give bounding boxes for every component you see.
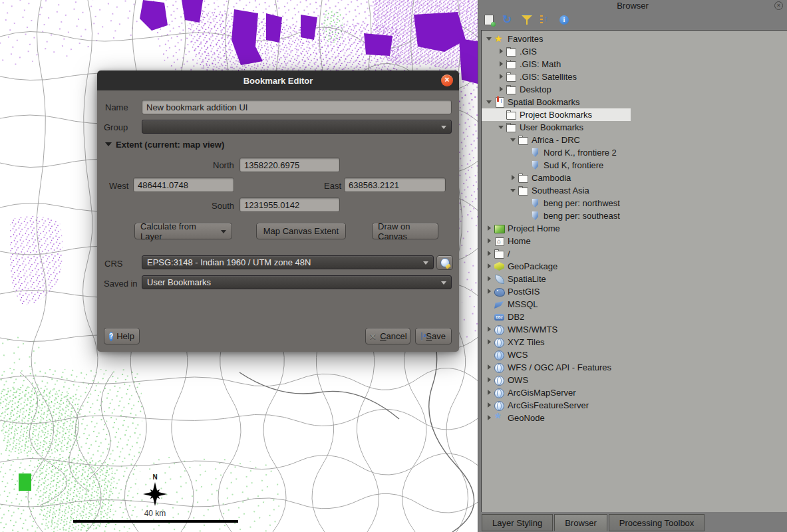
expand-arrow[interactable] bbox=[486, 386, 494, 399]
expand-arrow[interactable] bbox=[498, 121, 506, 134]
tree-item-[interactable]: / bbox=[482, 247, 787, 260]
extent-section-header[interactable]: Extent (current: map view) bbox=[105, 140, 224, 150]
panel-header[interactable]: Browser × bbox=[478, 0, 787, 12]
tree-item-postgis[interactable]: PostGIS bbox=[482, 285, 787, 298]
tree-item-ows[interactable]: OWS bbox=[482, 374, 787, 386]
folder-icon bbox=[506, 110, 516, 120]
dialog-titlebar[interactable]: Bookmark Editor × bbox=[97, 70, 459, 90]
tree-item-geopackage[interactable]: GeoPackage bbox=[482, 260, 787, 273]
west-input[interactable] bbox=[133, 178, 234, 192]
filter-browser-icon[interactable] bbox=[520, 13, 534, 27]
expand-arrow[interactable] bbox=[486, 285, 494, 298]
bookmark-icon bbox=[530, 148, 540, 158]
tree-item-beng-per-northwest[interactable]: beng per: northwest bbox=[482, 197, 787, 209]
tree-item-gis-satellites[interactable]: .GIS: Satellites bbox=[482, 70, 787, 83]
tab-layer-styling[interactable]: Layer Styling bbox=[482, 514, 553, 531]
expand-arrow[interactable] bbox=[498, 83, 506, 96]
tree-item-wfs-ogc-api-features[interactable]: WFS / OGC API - Features bbox=[482, 361, 787, 374]
expand-arrow[interactable] bbox=[486, 374, 494, 386]
tree-item-xyz-tiles[interactable]: XYZ Tiles bbox=[482, 336, 787, 348]
expand-arrow[interactable] bbox=[510, 172, 518, 184]
refresh-icon[interactable] bbox=[502, 13, 515, 27]
tree-item-africa-drc[interactable]: Africa - DRC bbox=[482, 134, 787, 146]
spatialite-icon bbox=[494, 274, 504, 284]
tab-browser[interactable]: Browser bbox=[554, 514, 607, 531]
crs-globe-icon bbox=[440, 258, 450, 267]
tree-item-project-bookmarks[interactable]: Project Bookmarks bbox=[482, 108, 631, 121]
browser-tree[interactable]: Favorites .GIS .GIS: Math .GIS: Satellit… bbox=[481, 30, 787, 512]
help-button[interactable]: ? Help bbox=[104, 328, 140, 344]
map-canvas-extent-button[interactable]: Map Canvas Extent bbox=[256, 223, 346, 239]
expand-arrow[interactable] bbox=[498, 45, 506, 58]
expand-arrow[interactable] bbox=[486, 361, 494, 374]
tree-item-sud-k-frontiere[interactable]: Sud K, frontiere bbox=[482, 159, 787, 172]
tab-processing-toolbox[interactable]: Processing Toolbox bbox=[609, 514, 705, 531]
tree-item-beng-per-southeast[interactable]: beng per: southeast bbox=[482, 209, 787, 222]
properties-icon[interactable] bbox=[557, 13, 571, 27]
expand-arrow[interactable] bbox=[510, 184, 518, 197]
wms-icon bbox=[494, 325, 504, 334]
tree-item-southeast-asia[interactable]: Southeast Asia bbox=[482, 184, 787, 197]
tree-item-arcgismapserver[interactable]: ArcGisMapServer bbox=[482, 386, 787, 399]
group-dropdown[interactable] bbox=[142, 120, 452, 134]
north-input[interactable] bbox=[239, 158, 340, 172]
calculate-from-layer-button[interactable]: Calculate from Layer bbox=[134, 223, 232, 239]
south-input[interactable] bbox=[239, 198, 340, 212]
collapse-all-icon[interactable] bbox=[539, 13, 552, 27]
expand-arrow[interactable] bbox=[486, 412, 494, 424]
expand-arrow[interactable] bbox=[486, 222, 494, 235]
tree-item-wms-wmts[interactable]: WMS/WMTS bbox=[482, 323, 787, 336]
saved-in-dropdown[interactable]: User Bookmarks bbox=[142, 275, 452, 289]
expand-arrow[interactable] bbox=[498, 70, 506, 83]
tree-item-spatialite[interactable]: SpatiaLite bbox=[482, 273, 787, 285]
expand-arrow[interactable] bbox=[486, 33, 494, 45]
star-icon bbox=[494, 34, 504, 44]
east-input[interactable] bbox=[344, 178, 446, 192]
tree-item-gis[interactable]: .GIS bbox=[482, 45, 787, 58]
tree-item-mssql[interactable]: MSSQL bbox=[482, 298, 787, 311]
name-input[interactable] bbox=[142, 100, 452, 114]
green-highlight-cell bbox=[19, 473, 31, 491]
tree-item-favorites[interactable]: Favorites bbox=[482, 33, 787, 45]
tree-item-project-home[interactable]: Project Home bbox=[482, 222, 787, 235]
expand-arrow[interactable] bbox=[498, 58, 506, 70]
expand-arrow[interactable] bbox=[486, 96, 494, 108]
tree-item-user-bookmarks[interactable]: User Bookmarks bbox=[482, 121, 787, 134]
cancel-button[interactable]: ✕ Cancel bbox=[365, 328, 410, 344]
expand-arrow[interactable] bbox=[486, 247, 494, 260]
save-button[interactable]: Save bbox=[415, 328, 452, 344]
tree-item-home[interactable]: Home bbox=[482, 235, 787, 247]
select-crs-button[interactable] bbox=[436, 255, 453, 270]
dialog-close-icon[interactable]: × bbox=[441, 74, 453, 86]
saved-in-label: Saved in bbox=[104, 279, 138, 289]
add-layer-icon[interactable] bbox=[483, 13, 496, 27]
panel-close-icon[interactable]: × bbox=[774, 1, 783, 10]
folder-icon bbox=[518, 173, 528, 183]
tree-item-nord-k-frontiere-2[interactable]: Nord K., frontiere 2 bbox=[482, 146, 787, 159]
tree-item-cambodia[interactable]: Cambodia bbox=[482, 172, 787, 184]
arcgis-icon bbox=[494, 388, 504, 398]
crs-dropdown[interactable]: EPSG:3148 - Indian 1960 / UTM zone 48N bbox=[142, 255, 434, 269]
expand-arrow bbox=[522, 197, 530, 209]
tree-item-wcs[interactable]: WCS bbox=[482, 348, 787, 361]
group-label: Group bbox=[104, 122, 128, 132]
expand-arrow[interactable] bbox=[486, 260, 494, 273]
expand-arrow[interactable] bbox=[486, 336, 494, 348]
tree-item-geonode[interactable]: GeoNode bbox=[482, 412, 787, 424]
folder-icon bbox=[518, 135, 528, 145]
tree-item-gis-math[interactable]: .GIS: Math bbox=[482, 58, 787, 70]
bookmarks-icon bbox=[494, 97, 504, 107]
expand-arrow[interactable] bbox=[486, 235, 494, 247]
tree-item-desktop[interactable]: Desktop bbox=[482, 83, 787, 96]
draw-on-canvas-button[interactable]: Draw on Canvas bbox=[372, 223, 438, 239]
panel-title: Browser bbox=[478, 1, 787, 11]
expand-arrow[interactable] bbox=[486, 399, 494, 412]
expand-arrow[interactable] bbox=[486, 273, 494, 285]
tree-item-db2[interactable]: DB2 bbox=[482, 311, 787, 323]
expand-arrow bbox=[486, 298, 494, 311]
tree-item-arcgisfeatureserver[interactable]: ArcGisFeatureServer bbox=[482, 399, 787, 412]
expand-arrow[interactable] bbox=[510, 134, 518, 146]
tree-item-spatial-bookmarks[interactable]: Spatial Bookmarks bbox=[482, 96, 787, 108]
db2-icon bbox=[494, 312, 504, 322]
expand-arrow[interactable] bbox=[486, 323, 494, 336]
